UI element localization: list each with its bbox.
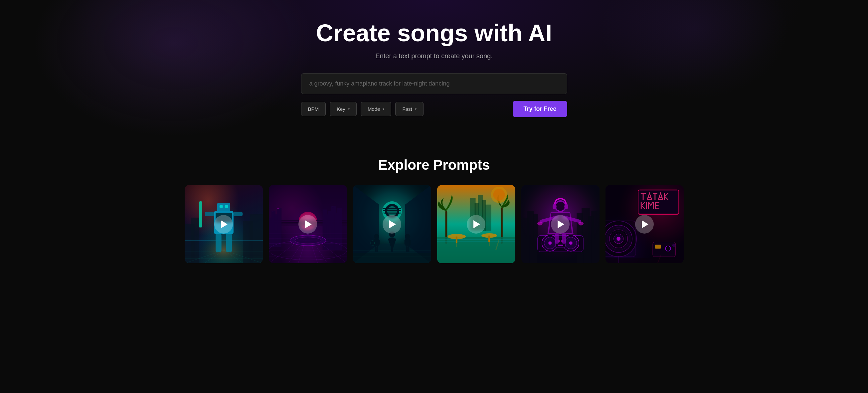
prompt-container: a groovy, funky amapiano track for late-… bbox=[301, 73, 567, 94]
try-free-button[interactable]: Try for Free bbox=[513, 101, 567, 117]
key-arrow-icon: ▾ bbox=[348, 107, 350, 111]
mode-button[interactable]: Mode ▾ bbox=[361, 102, 392, 116]
prompt-card-3[interactable] bbox=[353, 185, 431, 263]
prompt-card-4[interactable] bbox=[437, 185, 515, 263]
prompt-input[interactable]: a groovy, funky amapiano track for late-… bbox=[301, 73, 567, 94]
card-1-play-button[interactable] bbox=[214, 215, 233, 234]
card-3-play-overlay bbox=[353, 185, 431, 263]
card-2-play-button[interactable] bbox=[299, 215, 317, 234]
card-5-play-icon bbox=[558, 220, 564, 228]
mode-arrow-icon: ▾ bbox=[382, 107, 384, 111]
speed-button[interactable]: Fast ▾ bbox=[395, 102, 423, 116]
prompt-card-5[interactable] bbox=[521, 185, 599, 263]
card-6-play-overlay bbox=[606, 185, 684, 263]
card-5-play-overlay bbox=[521, 185, 599, 263]
card-4-play-overlay bbox=[437, 185, 515, 263]
prompt-card-2[interactable] bbox=[269, 185, 347, 263]
card-2-play-overlay bbox=[269, 185, 347, 263]
card-1-play-icon bbox=[221, 220, 227, 228]
explore-section: Explore Prompts bbox=[0, 144, 868, 283]
explore-title: Explore Prompts bbox=[378, 157, 490, 173]
hero-subtitle: Enter a text prompt to create your song. bbox=[375, 52, 492, 60]
card-2-play-icon bbox=[305, 220, 312, 228]
card-6-play-button[interactable] bbox=[635, 215, 654, 234]
mode-label: Mode bbox=[368, 106, 380, 112]
card-1-play-overlay bbox=[185, 185, 263, 263]
card-3-play-icon bbox=[389, 220, 396, 228]
card-4-play-button[interactable] bbox=[467, 215, 486, 234]
card-4-play-icon bbox=[473, 220, 480, 228]
speed-label: Fast bbox=[402, 106, 412, 112]
card-6-play-icon bbox=[642, 220, 648, 228]
hero-section: Create songs with AI Enter a text prompt… bbox=[0, 0, 868, 144]
prompts-grid bbox=[185, 185, 684, 263]
speed-arrow-icon: ▾ bbox=[415, 107, 416, 111]
key-label: Key bbox=[337, 106, 345, 112]
prompt-card-1[interactable] bbox=[185, 185, 263, 263]
bpm-label: BPM bbox=[308, 106, 319, 112]
bpm-button[interactable]: BPM bbox=[301, 102, 326, 116]
key-button[interactable]: Key ▾ bbox=[330, 102, 356, 116]
card-5-play-button[interactable] bbox=[551, 215, 569, 234]
card-3-play-button[interactable] bbox=[382, 215, 401, 234]
prompt-card-6[interactable] bbox=[606, 185, 684, 263]
hero-title: Create songs with AI bbox=[316, 20, 552, 46]
controls-row: BPM Key ▾ Mode ▾ Fast ▾ Try for Free bbox=[301, 101, 567, 117]
